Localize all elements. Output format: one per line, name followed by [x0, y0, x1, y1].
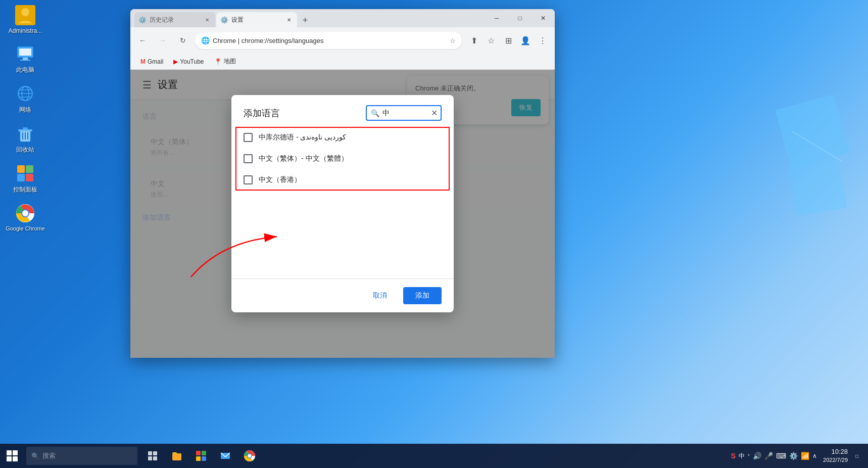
desktop-icon-google-chrome-label: Google Chrome: [6, 225, 45, 231]
taskbar: 🔍 搜索: [0, 444, 868, 468]
tray-date: 2022/7/29: [823, 456, 848, 463]
desktop-icon-recycle-bin[interactable]: 回收站: [5, 123, 45, 154]
svg-rect-3: [19, 49, 31, 56]
history-tab-title: 历史记录: [150, 16, 201, 24]
lang-label-chinese-traditional: 中文（繁体）- 中文（繁體）: [259, 154, 348, 163]
minimize-button[interactable]: ─: [485, 9, 508, 27]
tray-network-icon[interactable]: 📶: [801, 452, 809, 460]
tray-chinese-icon[interactable]: 中: [739, 452, 745, 460]
svg-rect-20: [26, 174, 33, 181]
tray-keyboard-icon[interactable]: ⌨: [776, 452, 786, 460]
lang-item-chinese-traditional[interactable]: 中文（繁体）- 中文（繁體）: [239, 148, 446, 169]
refresh-button[interactable]: ↻: [175, 32, 191, 49]
notification-area[interactable]: □: [850, 444, 864, 468]
search-icon: 🔍: [371, 109, 379, 117]
desktop-icon-control-panel[interactable]: 控制面板: [5, 163, 45, 194]
gmail-label: Gmail: [148, 58, 163, 65]
history-tab-favicon: ⚙️: [138, 16, 147, 24]
start-button[interactable]: [0, 444, 24, 468]
address-bar: ← → ↻ 🌐 Chrome | chrome://settings/langu…: [130, 27, 555, 54]
forward-button[interactable]: →: [155, 32, 171, 49]
desktop-icons: Administra... 此电脑: [0, 0, 61, 246]
svg-rect-5: [20, 60, 30, 61]
lang-item-central-kurdish[interactable]: 中库尔德语 - كوردیی ناوەندی: [239, 127, 446, 148]
youtube-icon: ▶: [173, 58, 178, 65]
taskbar-search[interactable]: 🔍 搜索: [26, 447, 137, 465]
bookmark-gmail[interactable]: M Gmail: [136, 56, 167, 67]
taskbar-task-view[interactable]: [141, 445, 164, 467]
menu-button[interactable]: ⋮: [535, 32, 551, 49]
taskbar-file-explorer[interactable]: [166, 445, 188, 467]
tray-zero-icon: °: [748, 453, 750, 459]
desktop-icon-google-chrome[interactable]: Google Chrome: [5, 203, 45, 231]
tray-mic-icon[interactable]: 🎤: [764, 452, 773, 460]
history-tab-close[interactable]: ✕: [203, 16, 211, 24]
bookmark-youtube[interactable]: ▶ YouTube: [169, 56, 208, 67]
svg-point-40: [248, 454, 252, 458]
taskbar-search-icon: 🔍: [31, 452, 39, 460]
language-list: 中库尔德语 - كوردیی ناوەندی 中文（繁体）- 中文（繁體） 中文…: [231, 127, 454, 278]
search-input[interactable]: [382, 109, 428, 117]
add-button[interactable]: 添加: [403, 287, 442, 304]
share-button[interactable]: ⬆: [466, 32, 482, 49]
lang-checkbox-chinese-hongkong[interactable]: [244, 175, 253, 184]
desktop-icon-network[interactable]: 网络: [5, 83, 45, 114]
close-button[interactable]: ✕: [532, 9, 555, 27]
windows-decoration: [691, 61, 868, 313]
tray-s-icon: S: [731, 452, 736, 460]
taskbar-apps: [141, 445, 261, 467]
svg-rect-33: [196, 451, 201, 455]
desktop-icon-my-computer[interactable]: 此电脑: [5, 43, 45, 74]
settings-tab-title: 设置: [231, 16, 283, 24]
back-button[interactable]: ←: [134, 32, 151, 49]
settings-tab[interactable]: ⚙️ 设置 ✕: [216, 12, 297, 27]
settings-tab-close[interactable]: ✕: [285, 16, 293, 24]
content-area: ☰ 设置 语言 中文（简体） 将所有... 中文 使用...: [130, 70, 555, 358]
desktop-icon-my-computer-label: 此电脑: [16, 66, 34, 74]
bookmark-maps[interactable]: 📍 地图: [210, 55, 240, 68]
lang-item-chinese-hongkong[interactable]: 中文（香港）: [239, 169, 446, 191]
taskbar-store[interactable]: [190, 445, 212, 467]
add-language-dialog: 添加语言 🔍 ✕: [231, 95, 454, 312]
maps-icon: 📍: [214, 58, 222, 65]
notification-icon: □: [855, 453, 858, 459]
dialog-title: 添加语言: [244, 107, 280, 119]
dialog-header: 添加语言 🔍 ✕: [231, 95, 454, 127]
lang-checkbox-central-kurdish[interactable]: [244, 133, 253, 142]
youtube-label: YouTube: [180, 58, 204, 65]
bookmark-star-icon[interactable]: ☆: [450, 37, 456, 44]
search-clear-icon[interactable]: ✕: [431, 108, 438, 118]
desktop-icon-administrator-label: Administra...: [9, 27, 42, 34]
tab-drawer-button[interactable]: ⊞: [500, 32, 516, 49]
new-tab-button[interactable]: +: [298, 13, 312, 27]
maximize-button[interactable]: □: [508, 9, 532, 27]
lang-checkbox-chinese-traditional[interactable]: [244, 154, 253, 163]
tray-chevron-icon[interactable]: ∧: [812, 452, 817, 459]
tray-icons: S 中 ° 🔊 🎤 ⌨ ⚙️ 📶 ∧: [731, 452, 817, 460]
taskbar-mail[interactable]: [214, 445, 236, 467]
url-bar[interactable]: 🌐 Chrome | chrome://settings/languages ☆: [195, 32, 462, 49]
cancel-button[interactable]: 取消: [361, 287, 399, 304]
bookmark-button[interactable]: ☆: [483, 32, 499, 49]
dialog-footer: 取消 添加: [231, 278, 454, 312]
history-tab[interactable]: ⚙️ 历史记录 ✕: [134, 12, 215, 27]
profile-button[interactable]: 👤: [517, 32, 534, 49]
title-bar: ⚙️ 历史记录 ✕ ⚙️ 设置 ✕ + ─ □ ✕: [130, 9, 555, 27]
svg-rect-30: [148, 456, 152, 460]
search-box[interactable]: 🔍 ✕: [366, 105, 442, 121]
svg-rect-35: [196, 456, 201, 461]
tray-settings-icon[interactable]: ⚙️: [789, 452, 798, 460]
taskbar-chrome[interactable]: [238, 445, 261, 467]
svg-rect-32: [172, 453, 181, 460]
system-tray: S 中 ° 🔊 🎤 ⌨ ⚙️ 📶 ∧ 10:28 2022/7/29 □: [731, 444, 868, 468]
svg-rect-13: [23, 127, 28, 129]
svg-rect-31: [153, 456, 157, 460]
svg-point-23: [22, 210, 28, 216]
svg-rect-17: [17, 165, 25, 173]
tray-clock[interactable]: 10:28 2022/7/29: [823, 448, 848, 463]
desktop-icon-administrator[interactable]: Administra...: [5, 5, 45, 34]
svg-rect-34: [202, 451, 206, 455]
svg-rect-25: [788, 158, 847, 216]
tray-volume-icon[interactable]: 🔊: [753, 452, 761, 460]
maps-label: 地图: [224, 57, 236, 66]
